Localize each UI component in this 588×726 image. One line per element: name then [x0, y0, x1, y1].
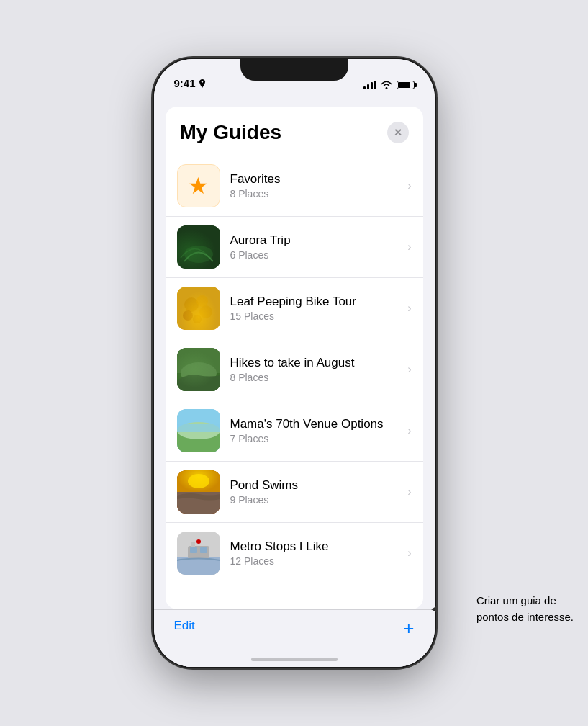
home-indicator — [251, 658, 338, 661]
star-icon: ★ — [188, 172, 209, 200]
guide-info: Mama's 70th Venue Options 7 Places — [230, 417, 398, 444]
guide-name: Aurora Trip — [230, 233, 398, 248]
svg-point-4 — [184, 297, 199, 312]
guide-info: Pond Swims 9 Places — [230, 478, 398, 506]
guides-card: My Guides ✕ ★ Favorites 8 Places — [166, 107, 423, 609]
guide-name: Metro Stops I Like — [230, 539, 398, 554]
svg-rect-17 — [177, 470, 220, 492]
annotation-text: Criar um guia depontos de interesse. — [476, 593, 574, 625]
add-guide-button[interactable]: + — [403, 619, 414, 637]
time-display: 9:41 — [174, 77, 196, 89]
battery-icon — [397, 81, 415, 89]
edit-button[interactable]: Edit — [174, 619, 195, 633]
list-item[interactable]: Aurora Trip 6 Places › — [166, 216, 423, 277]
guide-thumbnail-mamas — [177, 409, 220, 452]
phone-frame: 9:41 — [154, 59, 435, 667]
mamas-image — [177, 409, 220, 452]
guide-thumbnail-leaf — [177, 287, 220, 330]
leaf-image — [177, 287, 220, 330]
wifi-icon — [381, 81, 392, 89]
list-item[interactable]: Hikes to take in August 8 Places › — [166, 339, 423, 400]
annotation-arrowhead — [431, 606, 436, 612]
screen: My Guides ✕ ★ Favorites 8 Places — [154, 59, 435, 667]
chevron-right-icon: › — [407, 547, 411, 560]
aurora-image — [177, 225, 220, 269]
signal-icon — [363, 81, 376, 89]
guide-thumbnail-metro — [177, 532, 220, 575]
chevron-right-icon: › — [407, 485, 411, 498]
guide-info: Hikes to take in August 8 Places — [230, 356, 398, 383]
svg-rect-23 — [190, 547, 197, 553]
svg-rect-9 — [177, 348, 220, 391]
guide-info: Metro Stops I Like 12 Places — [230, 539, 398, 567]
svg-point-26 — [196, 539, 201, 544]
svg-rect-10 — [177, 373, 220, 391]
status-time: 9:41 — [174, 77, 206, 89]
svg-point-2 — [184, 246, 213, 263]
guide-thumbnail-hikes — [177, 348, 220, 391]
chevron-right-icon: › — [407, 179, 411, 192]
svg-rect-15 — [177, 424, 220, 432]
location-icon — [199, 79, 206, 88]
hikes-image — [177, 348, 220, 391]
guide-info: Aurora Trip 6 Places — [230, 233, 398, 261]
metro-image — [177, 532, 220, 575]
guide-places: 8 Places — [230, 188, 398, 200]
svg-point-8 — [193, 315, 202, 323]
guide-places: 12 Places — [230, 555, 398, 567]
close-icon: ✕ — [394, 127, 402, 138]
svg-rect-25 — [191, 542, 195, 547]
chevron-right-icon: › — [407, 241, 411, 254]
card-header: My Guides ✕ — [166, 107, 423, 156]
screen-content: My Guides ✕ ★ Favorites 8 Places — [154, 59, 435, 667]
pond-image — [177, 470, 220, 514]
annotation-line — [436, 609, 472, 609]
guide-places: 6 Places — [230, 249, 398, 261]
svg-rect-24 — [200, 547, 207, 553]
guide-list: ★ Favorites 8 Places › — [166, 156, 423, 583]
guide-thumbnail-favorites: ★ — [177, 164, 220, 207]
svg-point-5 — [196, 295, 208, 307]
guide-name: Hikes to take in August — [230, 356, 398, 370]
guide-info: Favorites 8 Places — [230, 172, 398, 200]
svg-point-7 — [199, 305, 212, 318]
svg-point-6 — [183, 310, 193, 321]
chevron-right-icon: › — [407, 302, 411, 315]
guide-places: 15 Places — [230, 310, 398, 322]
list-item[interactable]: Leaf Peeping Bike Tour 15 Places › — [166, 277, 423, 339]
notch — [240, 59, 348, 81]
list-item[interactable]: Pond Swims 9 Places › — [166, 461, 423, 522]
list-item[interactable]: Mama's 70th Venue Options 7 Places › — [166, 400, 423, 461]
guide-info: Leaf Peeping Bike Tour 15 Places — [230, 295, 398, 322]
status-icons — [363, 81, 415, 89]
guide-name: Favorites — [230, 172, 398, 187]
guide-name: Pond Swims — [230, 478, 398, 493]
chevron-right-icon: › — [407, 424, 411, 437]
list-item[interactable]: Metro Stops I Like 12 Places › — [166, 522, 423, 583]
svg-point-18 — [188, 474, 209, 488]
svg-rect-1 — [177, 225, 220, 269]
guide-thumbnail-aurora — [177, 225, 220, 269]
guide-thumbnail-pond — [177, 470, 220, 514]
svg-rect-3 — [177, 287, 220, 330]
page-title: My Guides — [180, 121, 282, 144]
chevron-right-icon: › — [407, 363, 411, 376]
guide-places: 8 Places — [230, 372, 398, 383]
annotation: Criar um guia depontos de interesse. — [431, 593, 574, 625]
guide-name: Mama's 70th Venue Options — [230, 417, 398, 431]
guide-places: 9 Places — [230, 494, 398, 506]
svg-point-11 — [181, 362, 217, 384]
close-button[interactable]: ✕ — [387, 122, 409, 143]
guide-places: 7 Places — [230, 433, 398, 444]
guide-name: Leaf Peeping Bike Tour — [230, 295, 398, 309]
list-item[interactable]: ★ Favorites 8 Places › — [166, 156, 423, 216]
svg-point-0 — [201, 81, 202, 82]
